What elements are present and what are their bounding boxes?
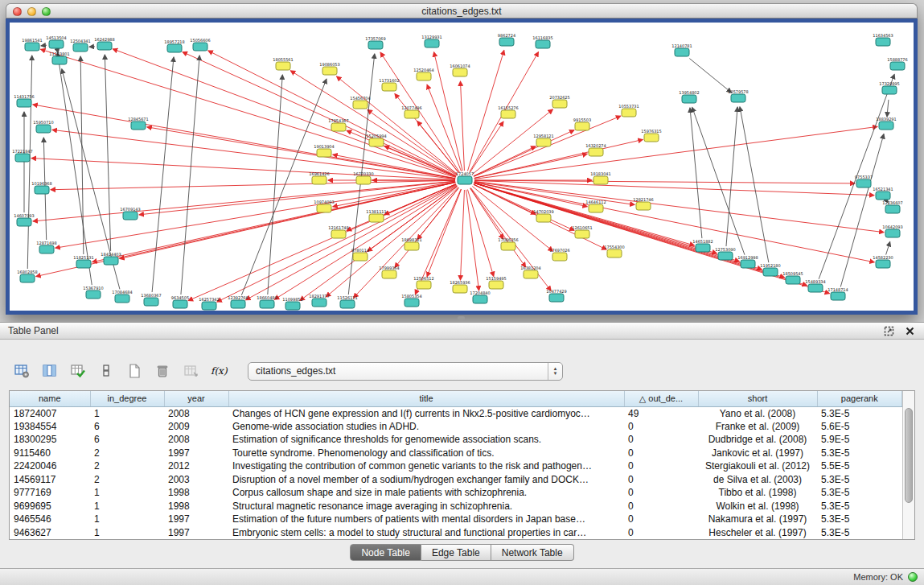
graph-node[interactable]: 19013904 xyxy=(314,144,334,157)
graph-node[interactable]: 12753090 xyxy=(715,247,735,260)
graph-node[interactable]: 18414403 xyxy=(101,252,121,265)
graph-node[interactable]: 10477429 xyxy=(546,289,566,302)
table-cell[interactable]: 0 xyxy=(624,513,698,526)
table-row[interactable]: 1938455462009Genome-wide association stu… xyxy=(10,420,902,434)
table-cell[interactable]: 5.3E-5 xyxy=(817,473,902,487)
table-edit-icon[interactable] xyxy=(68,360,88,381)
table-cell[interactable]: 5.5E-5 xyxy=(817,459,902,473)
graph-node[interactable]: 11634563 xyxy=(873,33,893,46)
graph-node[interactable]: 16381204 xyxy=(520,266,540,278)
graph-node[interactable]: 15489334 xyxy=(805,279,825,292)
table-row[interactable]: 946554611997Estimation of the future num… xyxy=(10,513,902,526)
new-document-icon[interactable] xyxy=(124,360,145,381)
table-cell[interactable]: 18300295 xyxy=(10,433,90,447)
graph-node[interactable]: 13129931 xyxy=(421,35,441,47)
table-cell[interactable]: 1998 xyxy=(164,500,228,513)
graph-node[interactable]: 10642093 xyxy=(882,225,902,237)
table-cell[interactable]: 18724007 xyxy=(10,406,90,420)
graph-node[interactable]: 15805354 xyxy=(401,294,421,307)
graph-node[interactable]: 16521341 xyxy=(873,187,893,200)
graph-node[interactable]: 16257342 xyxy=(199,297,219,310)
graph-node[interactable]: 19861541 xyxy=(22,38,42,51)
table-cell[interactable]: 1998 xyxy=(164,486,228,500)
table-cell[interactable]: Estimation of significance thresholds fo… xyxy=(228,433,624,447)
table-cell[interactable]: 2 xyxy=(90,459,164,473)
graph-node[interactable]: 16320274 xyxy=(585,143,606,156)
table-selector-combo[interactable]: citations_edges.txt ▲▼ xyxy=(248,362,563,381)
graph-node[interactable]: 12871698 xyxy=(36,241,56,253)
graph-node[interactable]: 16912998 xyxy=(737,255,758,268)
close-window-button[interactable] xyxy=(13,7,22,16)
tab-edge-table[interactable]: Edge Table xyxy=(421,544,491,561)
tab-node-table[interactable]: Node Table xyxy=(350,544,421,561)
table-cell[interactable]: 14569117 xyxy=(10,473,90,487)
table-cell[interactable]: Franke et al. (2009) xyxy=(698,420,817,434)
table-cell[interactable]: 5.3E-5 xyxy=(817,447,902,460)
table-cell[interactable]: 6 xyxy=(90,420,164,434)
tab-network-table[interactable]: Network Table xyxy=(491,544,574,561)
table-cell[interactable]: 1997 xyxy=(164,447,228,460)
table-cell[interactable]: Tibbo et al. (1998) xyxy=(698,486,817,500)
graph-node[interactable]: 18579578 xyxy=(728,89,748,102)
table-cell[interactable]: 5.3E-5 xyxy=(817,486,902,500)
graph-node[interactable]: 16242988 xyxy=(94,37,114,50)
table-cell[interactable]: 19384554 xyxy=(10,420,90,434)
column-header[interactable]: pagerank xyxy=(817,391,902,406)
float-panel-icon[interactable] xyxy=(882,324,895,337)
graph-node[interactable]: 17329895 xyxy=(879,81,899,94)
table-cell[interactable]: Embryonic stem cells: a model to study s… xyxy=(228,526,624,540)
table-cell[interactable]: 6 xyxy=(90,433,164,447)
table-cell[interactable]: 1997 xyxy=(164,526,228,540)
column-header[interactable]: name xyxy=(10,391,90,406)
table-cell[interactable]: Dudbridge et al. (2008) xyxy=(698,433,817,447)
table-cell[interactable]: 5.6E-5 xyxy=(817,420,902,434)
graph-node[interactable]: 17086356 xyxy=(498,237,518,250)
table-cell[interactable]: 0 xyxy=(624,459,698,473)
splitter-grip[interactable] xyxy=(458,316,465,320)
graph-node[interactable]: 12504341 xyxy=(70,39,90,51)
table-settings-icon[interactable] xyxy=(11,360,32,381)
table-row[interactable]: 969969511998Structural magnetic resonanc… xyxy=(10,500,902,513)
table-row[interactable]: 1872400712008Changes of HCN gene express… xyxy=(10,406,902,420)
table-cell[interactable]: de Silva et al. (2003) xyxy=(698,473,817,487)
table-cell[interactable]: 2003 xyxy=(164,473,228,487)
table-cell[interactable]: 5.3E-5 xyxy=(817,500,902,513)
graph-node[interactable]: 10196368 xyxy=(31,181,51,194)
column-header[interactable]: year xyxy=(164,391,228,406)
graph-node[interactable]: 12958121 xyxy=(533,134,553,146)
graph-node[interactable]: 18660489 xyxy=(257,295,277,308)
graph-node[interactable]: 16770330 xyxy=(353,171,373,184)
column-header[interactable]: △ out_de... xyxy=(624,391,698,406)
graph-node[interactable]: 15950710 xyxy=(33,120,53,133)
table-cell[interactable]: 49 xyxy=(624,406,698,420)
graph-node[interactable]: 12392766 xyxy=(228,295,248,308)
window-titlebar[interactable]: citations_edges.txt xyxy=(6,3,918,19)
column-header[interactable]: in_degree xyxy=(90,391,164,406)
graph-node[interactable]: 18183041 xyxy=(590,171,610,184)
graph-node[interactable]: 12161748 xyxy=(328,225,348,238)
graph-node[interactable]: 14651882 xyxy=(692,239,713,252)
zoom-window-button[interactable] xyxy=(42,7,51,16)
table-cell[interactable]: Disruption of a novel member of a sodium… xyxy=(228,473,624,487)
graph-hub-node[interactable]: 1724057 xyxy=(456,171,474,184)
delete-icon[interactable] xyxy=(152,360,173,381)
graph-node[interactable]: 15367910 xyxy=(83,286,103,299)
table-cell[interactable]: Stergiakouli et al. (2012) xyxy=(698,459,817,473)
table-cell[interactable]: 1 xyxy=(90,513,164,526)
table-cell[interactable]: 2 xyxy=(90,447,164,460)
graph-node[interactable]: 14607093 xyxy=(14,213,34,226)
graph-node[interactable]: 16116835 xyxy=(532,35,552,48)
graph-node[interactable]: 15888776 xyxy=(887,57,907,70)
graph-node[interactable]: 18265936 xyxy=(450,280,470,293)
combo-stepper-icon[interactable]: ▲▼ xyxy=(548,363,562,380)
table-cell[interactable]: 5.3E-5 xyxy=(817,513,902,526)
graph-node[interactable]: 12610651 xyxy=(572,225,592,238)
table-cell[interactable]: 5.9E-5 xyxy=(817,433,902,447)
graph-node[interactable]: 9862724 xyxy=(498,33,515,46)
close-panel-icon[interactable] xyxy=(903,324,916,337)
graph-node[interactable]: 12506512 xyxy=(413,276,433,289)
graph-node[interactable]: 16061074 xyxy=(450,64,470,76)
table-cell[interactable]: Structural magnetic resonance image aver… xyxy=(228,500,624,513)
table-cell[interactable]: 0 xyxy=(624,500,698,513)
graph-node[interactable]: 17148714 xyxy=(827,287,848,300)
